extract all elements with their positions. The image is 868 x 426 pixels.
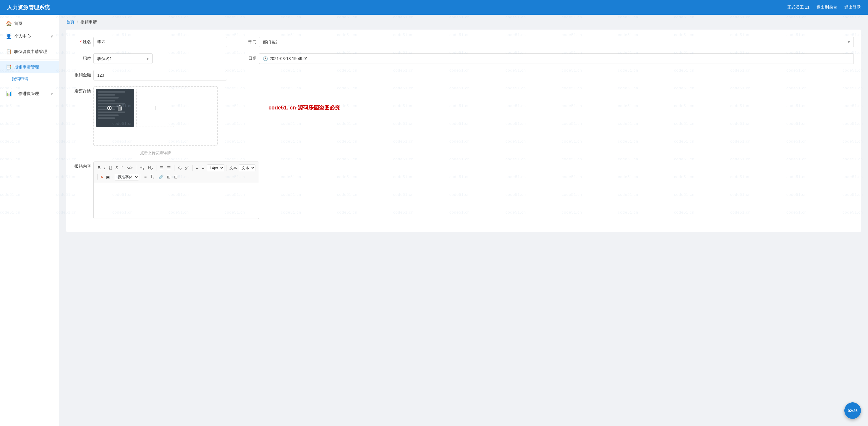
- name-label: * 姓名: [73, 39, 91, 45]
- table-insert-btn[interactable]: ⊡: [173, 173, 179, 181]
- user-info: 正式员工 11: [787, 5, 809, 10]
- font-color-icon: A: [99, 175, 104, 179]
- content-label: 报销内容: [73, 162, 91, 169]
- position-field: 职位 职位名1 职位名2 职位名3 ▼: [73, 53, 227, 64]
- invoice-label: 发票详情: [73, 86, 91, 94]
- form-row-amount: 报销金额: [73, 70, 854, 81]
- name-input[interactable]: [93, 37, 227, 47]
- clear-format-btn[interactable]: Tx: [149, 173, 156, 181]
- align-btn[interactable]: ≡: [143, 173, 148, 181]
- sidebar-sub-label: 报销申请: [12, 76, 28, 81]
- date-input-wrapper[interactable]: 🕐 2021-03-18 19:49:01: [259, 53, 854, 64]
- upload-placeholder[interactable]: +: [136, 89, 174, 127]
- form-row-invoice: 发票详情: [73, 86, 854, 155]
- name-field: * 姓名: [73, 37, 227, 47]
- bold-btn[interactable]: B: [96, 164, 102, 172]
- align-left-btn[interactable]: ≡: [194, 164, 200, 172]
- amount-field: 报销金额: [73, 70, 227, 81]
- doc-icon: 📑: [6, 64, 12, 70]
- toolbar-sep-2: [156, 165, 156, 171]
- italic-btn[interactable]: I: [102, 164, 107, 172]
- sidebar-item-position-label: 职位调度申请管理: [14, 49, 47, 54]
- toolbar-sep-5: [226, 165, 226, 171]
- underline-btn[interactable]: U: [107, 164, 113, 172]
- code-btn[interactable]: </>: [125, 164, 134, 172]
- date-value: 2021-03-18 19:49:01: [270, 56, 308, 61]
- preview-btn[interactable]: ⊕: [107, 105, 112, 111]
- sidebar-sub-reimbursement-apply[interactable]: 报销申请: [0, 74, 59, 85]
- breadcrumb: 首页 / 报销申请: [66, 20, 861, 25]
- date-label: 日期: [239, 56, 257, 61]
- float-btn-label: 02:26: [847, 408, 857, 413]
- position-select[interactable]: 职位名1 职位名2 职位名3: [93, 53, 153, 64]
- font-size-select[interactable]: 14px 12px 16px 18px: [207, 165, 224, 171]
- chevron-down-icon-2: ∨: [51, 92, 53, 96]
- invoice-field: 发票详情: [73, 86, 257, 155]
- header: 人力资源管理系统 正式员工 11 退出到前台 退出登录: [0, 0, 868, 15]
- h2-btn[interactable]: H2: [146, 164, 154, 172]
- sidebar-item-progress-label: 工作进度管理: [14, 91, 39, 96]
- copyright-watermark: code51. cn-源码乐园盗图必究: [269, 86, 340, 111]
- clock-icon: 🕐: [263, 56, 268, 61]
- delete-btn[interactable]: 🗑: [117, 105, 123, 111]
- main-content: 首页 / 报销申请 * 姓名 部门 部门名1: [59, 15, 868, 426]
- sidebar-divider-3: [0, 86, 59, 86]
- person-icon: 👤: [6, 33, 12, 39]
- align-right-btn[interactable]: ≡: [200, 164, 206, 172]
- subscript-btn[interactable]: x2: [176, 164, 183, 172]
- breadcrumb-current: 报销申请: [81, 20, 97, 25]
- link-btn[interactable]: 🔗: [157, 173, 165, 181]
- form-row-pos-date: 职位 职位名1 职位名2 职位名3 ▼ 日期 🕐 2021-03-1: [73, 53, 854, 64]
- h1-btn[interactable]: H1: [138, 164, 146, 172]
- toolbar-sep-6: [97, 174, 98, 179]
- strike-btn[interactable]: S: [114, 164, 119, 172]
- form-row-content: 报销内容 B I U S " </> H1 H2: [73, 162, 854, 219]
- sidebar-divider-2: [0, 59, 59, 59]
- amount-label: 报销金额: [73, 73, 91, 78]
- department-field: 部门 部门名1 部门名2 部门名3 ▼: [239, 37, 854, 47]
- editor-body[interactable]: [94, 183, 259, 219]
- ul-btn[interactable]: ☰: [165, 164, 173, 172]
- sidebar-item-position[interactable]: 📋 职位调度申请管理: [0, 45, 59, 58]
- home-icon: 🏠: [6, 21, 12, 26]
- form-card: * 姓名 部门 部门名1 部门名2 部门名3 ▼: [66, 30, 861, 232]
- toolbar-sep-4: [192, 165, 193, 171]
- float-timer-btn[interactable]: 02:26: [844, 402, 861, 419]
- superscript-btn[interactable]: x2: [184, 164, 190, 172]
- toolbar-sep-8: [141, 174, 141, 179]
- editor-toolbar: B I U S " </> H1 H2 ☰ ☰: [94, 162, 259, 183]
- sidebar: 🏠 首页 👤 个人中心 ∨ 📋 职位调度申请管理 📑 报销申请管理 报销申请 📊…: [0, 15, 59, 426]
- date-field: 日期 🕐 2021-03-18 19:49:01: [239, 53, 854, 64]
- sidebar-item-personal-label: 个人中心: [14, 34, 31, 39]
- sidebar-item-reimbursement-label: 报销申请管理: [14, 64, 39, 70]
- toolbar-sep-3: [174, 165, 175, 171]
- text-style-select[interactable]: 文本: [239, 165, 255, 171]
- logout-btn[interactable]: 退出登录: [844, 5, 861, 10]
- sidebar-item-personal[interactable]: 👤 个人中心 ∨: [0, 30, 59, 42]
- header-right: 正式员工 11 退出到前台 退出登录: [787, 5, 861, 10]
- department-select-wrapper: 部门名1 部门名2 部门名3 ▼: [259, 37, 854, 47]
- chart-icon: 📊: [6, 91, 12, 96]
- invoice-thumbnail: ⊕ 🗑: [96, 89, 134, 127]
- sidebar-item-reimbursement[interactable]: 📑 报销申请管理: [0, 61, 59, 74]
- quote-btn[interactable]: ": [120, 164, 124, 172]
- rich-text-editor: B I U S " </> H1 H2 ☰ ☰: [93, 162, 259, 219]
- amount-input[interactable]: [93, 70, 227, 81]
- back-to-front-btn[interactable]: 退出到前台: [816, 5, 837, 10]
- upload-hint: 点击上传发票详情: [93, 150, 218, 155]
- app-title: 人力资源管理系统: [7, 4, 50, 11]
- sidebar-divider-1: [0, 44, 59, 44]
- image-insert-btn[interactable]: ⊞: [165, 173, 172, 181]
- chevron-down-icon: ∨: [51, 34, 53, 38]
- department-select[interactable]: 部门名1 部门名2 部门名3: [259, 37, 854, 47]
- required-star: *: [80, 39, 82, 44]
- invoice-upload-area[interactable]: ⊕ 🗑 +: [93, 86, 218, 146]
- breadcrumb-home[interactable]: 首页: [66, 20, 74, 25]
- ol-btn[interactable]: ☰: [158, 164, 165, 172]
- font-family-select[interactable]: 标准字体: [115, 174, 139, 180]
- sidebar-item-home[interactable]: 🏠 首页: [0, 17, 59, 30]
- position-label: 职位: [73, 56, 91, 61]
- sidebar-item-progress[interactable]: 📊 工作进度管理 ∨: [0, 87, 59, 100]
- thumb-overlay: ⊕ 🗑: [96, 89, 134, 127]
- text-label: 文本: [228, 165, 238, 171]
